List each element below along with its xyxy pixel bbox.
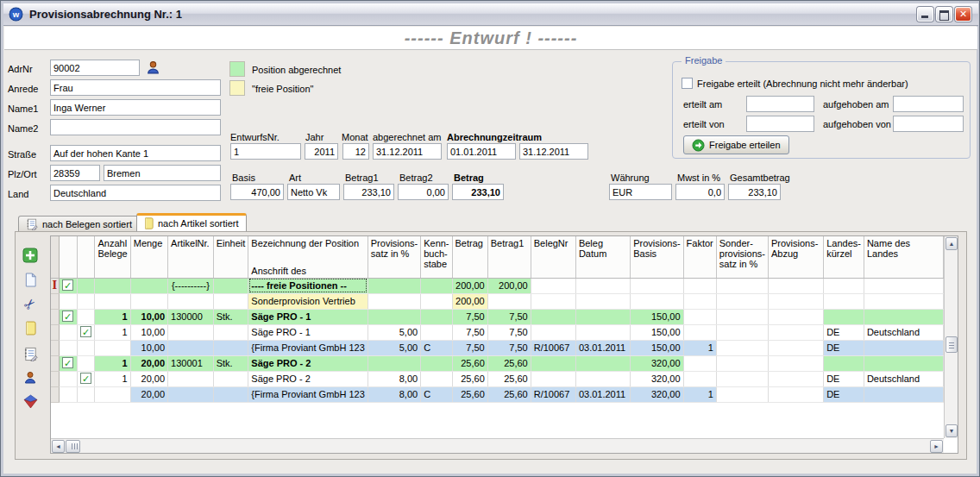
plz-field[interactable]: [50, 165, 100, 181]
table-row[interactable]: I{----------}---- freie Positionen --200…: [51, 278, 944, 293]
column-header-provsatz[interactable]: Provisions-satz in %: [368, 236, 420, 278]
cell-belegdatum: [575, 309, 630, 324]
row-checkbox[interactable]: [80, 326, 91, 337]
erteilt-von-field[interactable]: [746, 116, 814, 132]
maximize-button[interactable]: [936, 7, 952, 22]
row-checkbox[interactable]: [62, 357, 73, 368]
erteilt-am-field[interactable]: [746, 96, 814, 112]
column-header-betrag1[interactable]: Betrag1: [487, 236, 531, 278]
adrnr-field[interactable]: [50, 60, 140, 76]
tab-nach-artikel-sortiert[interactable]: nach Artikel sortiert: [136, 213, 247, 231]
column-header-landesk[interactable]: Landes-kürzel: [824, 236, 864, 278]
row-selector[interactable]: [51, 340, 59, 355]
row-checkbox[interactable]: [80, 373, 91, 384]
grid-scroll-area[interactable]: AnzahlBelegeMengeArtikelNr.EinheitBezeic…: [51, 236, 944, 438]
title-bar[interactable]: w Provisionsabrechnung Nr.: 1: [3, 3, 978, 26]
row-checkbox[interactable]: [62, 279, 73, 291]
abgerechnet-am-field[interactable]: [373, 143, 442, 160]
row-selector[interactable]: [51, 309, 59, 324]
betrag1-field[interactable]: [343, 184, 394, 200]
cell-bezeichnung: {Firma Proviant GmbH 123: [248, 386, 368, 402]
scroll-right-button[interactable]: ►: [930, 440, 943, 453]
minimize-button[interactable]: [917, 7, 933, 22]
send-button[interactable]: [21, 392, 40, 411]
column-header-cb1[interactable]: [59, 236, 77, 278]
column-header-kenn[interactable]: Kenn-buch-stabe: [421, 236, 452, 278]
column-header-menge[interactable]: Menge: [130, 236, 167, 278]
row-selector[interactable]: [51, 324, 59, 340]
strasse-field[interactable]: [50, 145, 221, 161]
name1-field[interactable]: [50, 99, 221, 116]
edit-list-button[interactable]: [21, 344, 40, 363]
column-header-artikelnr[interactable]: ArtikelNr.: [168, 236, 214, 278]
table-row[interactable]: 10,00{Firma Proviant GmbH 1235,00C7,507,…: [51, 340, 944, 355]
table-row[interactable]: Sonderprovision Vertrieb200,00: [51, 293, 944, 309]
horizontal-scroll-thumb[interactable]: [66, 440, 80, 453]
column-header-belegnr[interactable]: BelegNr: [531, 236, 575, 278]
row-selector[interactable]: [51, 386, 59, 402]
row-checkbox[interactable]: [62, 311, 73, 322]
scroll-left-button[interactable]: ◄: [52, 440, 65, 453]
zeitraum-bis-field[interactable]: [519, 143, 588, 160]
row-selector[interactable]: I: [51, 278, 59, 293]
table-row[interactable]: 110,00130000Stk.Säge PRO - 17,507,50150,…: [51, 309, 944, 324]
basis-field[interactable]: [230, 184, 284, 200]
vertical-scroll-thumb[interactable]: [945, 336, 958, 353]
monat-field[interactable]: [342, 143, 369, 160]
contact-icon[interactable]: [146, 60, 160, 75]
column-header-einheit[interactable]: Einheit: [213, 236, 248, 278]
zeitraum-von-field[interactable]: [447, 143, 516, 160]
row-selector[interactable]: [51, 293, 59, 309]
table-row[interactable]: 20,00{Firma Proviant GmbH 1238,00C25,602…: [51, 386, 944, 402]
land-field[interactable]: [50, 185, 221, 201]
checkbox-cell: [77, 340, 95, 355]
table-row[interactable]: 120,00130001Stk.Säge PRO - 225,6025,6032…: [51, 355, 944, 371]
waehrung-field[interactable]: [609, 184, 672, 200]
close-button[interactable]: [955, 7, 971, 22]
betrag2-field[interactable]: [398, 184, 449, 200]
cell-provbasis: [631, 293, 683, 309]
column-header-cb2[interactable]: [77, 236, 95, 278]
column-header-anzahl[interactable]: AnzahlBelege: [95, 236, 130, 278]
aufgehoben-am-field[interactable]: [893, 96, 964, 112]
anrede-field[interactable]: [50, 79, 221, 96]
cell-belegnr: R/10067: [531, 386, 575, 402]
entwurfsnr-field[interactable]: [230, 143, 301, 160]
column-header-bezeichnung[interactable]: Bezeichnung der PositionAnschrift des: [248, 236, 368, 278]
horizontal-scrollbar[interactable]: ◄ ►: [51, 438, 944, 453]
column-header-faktor[interactable]: Faktor: [683, 236, 716, 278]
cell-anzahl: 1: [95, 309, 130, 324]
checkbox-cell: [77, 293, 95, 309]
column-header-provbasis[interactable]: Provisions-Basis: [631, 236, 683, 278]
name2-field[interactable]: [50, 119, 221, 135]
betrag-field[interactable]: [452, 184, 504, 200]
cut-button[interactable]: ✂: [21, 294, 40, 313]
column-header-belegdatum[interactable]: BelegDatum: [575, 236, 630, 278]
art-field[interactable]: [287, 184, 340, 200]
column-header-rowhead[interactable]: [51, 236, 59, 278]
scroll-up-button[interactable]: ▲: [945, 237, 958, 250]
add-row-button[interactable]: [21, 246, 40, 265]
aufgehoben-von-field[interactable]: [893, 116, 964, 132]
tab-nach-belegen-sortiert[interactable]: nach Belegen sortiert: [18, 216, 140, 232]
mwst-field[interactable]: [675, 184, 725, 200]
freigabe-checkbox[interactable]: [682, 78, 693, 89]
column-header-betrag[interactable]: Betrag: [452, 236, 487, 278]
ort-field[interactable]: [104, 165, 221, 181]
cell-einheit: [213, 278, 248, 293]
row-selector[interactable]: [51, 371, 59, 386]
column-header-provabzug[interactable]: Provisions-Abzug: [768, 236, 823, 278]
column-header-sonderprov[interactable]: Sonder-provisions-satz in %: [716, 236, 768, 278]
row-selector[interactable]: [51, 355, 59, 371]
table-row[interactable]: 120,00Säge PRO - 28,0025,6025,60320,00DE…: [51, 371, 944, 386]
vertical-scrollbar[interactable]: ▲ ▼: [944, 236, 958, 438]
new-document-button[interactable]: [21, 270, 40, 289]
column-header-land[interactable]: Name des Landes: [864, 236, 943, 278]
gesamtbetrag-field[interactable]: [728, 184, 781, 200]
contact-button[interactable]: [21, 368, 40, 387]
note-button[interactable]: [21, 318, 40, 337]
table-row[interactable]: 110,00Säge PRO - 15,007,507,50150,00DEDe…: [51, 324, 944, 340]
scroll-down-button[interactable]: ▼: [945, 424, 958, 437]
freigabe-erteilen-button[interactable]: Freigabe erteilen: [683, 135, 789, 154]
jahr-field[interactable]: [305, 143, 338, 160]
